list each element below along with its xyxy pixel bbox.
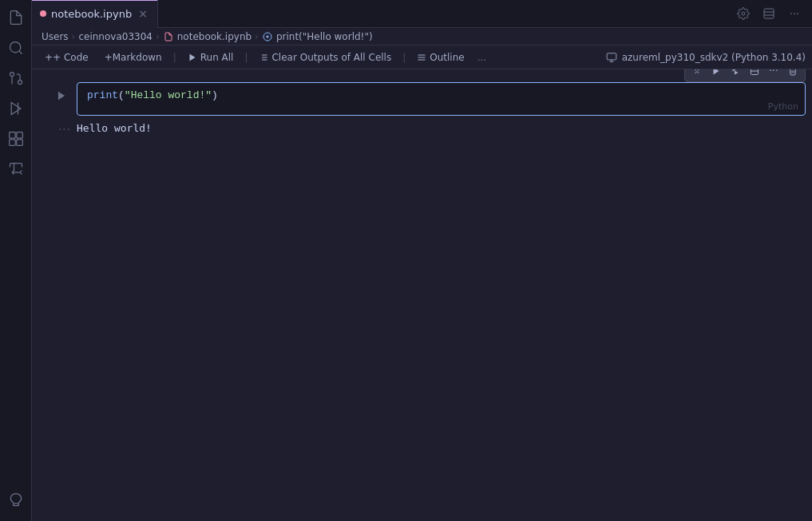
breadcrumb-sep-1: › [156, 31, 160, 42]
svg-point-3 [10, 73, 14, 77]
breadcrumb-sep-0: › [72, 31, 76, 42]
add-code-icon: + [45, 52, 53, 63]
toolbar-sep-2: | [243, 52, 249, 63]
cell-code-content[interactable]: print("Hello world!") [77, 83, 805, 112]
breadcrumb-notebook[interactable]: notebook.ipynb [177, 31, 252, 42]
cell-gutter [32, 82, 77, 105]
kernel-icon [606, 52, 617, 63]
add-markdown-icon: + [105, 52, 113, 63]
activity-bar-bottom [2, 486, 30, 521]
tab-bar: notebook.ipynb × ··· [32, 0, 812, 28]
run-below-button[interactable] [727, 69, 744, 80]
outline-label: Outline [430, 52, 464, 63]
svg-point-0 [10, 42, 20, 53]
breadcrumb-user[interactable]: ceinnova03304 [78, 31, 152, 42]
code-paren-close: ) [212, 89, 218, 101]
notebook-toolbar: + + Code + Markdown | Run All | Clear Ou… [32, 45, 812, 69]
cell-container: ··· print("Hello world!") Python [32, 82, 812, 116]
svg-rect-8 [16, 132, 22, 139]
cell-output-container: ··· Hello world! [32, 119, 812, 137]
clear-outputs-label: Clear Outputs of All Cells [271, 52, 391, 63]
svg-line-1 [18, 51, 22, 54]
svg-point-12 [742, 12, 745, 15]
breadcrumb-function[interactable]: print("Hello world!") [276, 31, 373, 42]
svg-marker-30 [58, 92, 65, 101]
code-paren-open: ( [118, 89, 125, 101]
delete-cell-button[interactable] [784, 69, 802, 80]
code-string: "Hello world!" [125, 89, 212, 101]
run-cell-button[interactable] [707, 69, 725, 80]
cell-toolbar: ··· [684, 69, 806, 82]
clear-outputs-icon [259, 53, 268, 62]
cell-output-gutter: ··· [32, 119, 77, 136]
svg-marker-32 [733, 69, 737, 72]
svg-marker-31 [714, 69, 719, 75]
add-markdown-label: Markdown [113, 52, 162, 63]
svg-marker-17 [189, 53, 195, 61]
toolbar-sep-3: | [401, 52, 407, 63]
kernel-info: azureml_py310_sdkv2 (Python 3.10.4) [606, 52, 806, 63]
activity-icon-extensions[interactable] [2, 124, 30, 153]
add-markdown-button[interactable]: + Markdown [98, 48, 168, 67]
cell-language: Python [768, 101, 798, 112]
svg-marker-5 [11, 103, 21, 115]
breadcrumb: Users › ceinnova03304 › notebook.ipynb ›… [32, 28, 812, 45]
kernel-label[interactable]: azureml_py310_sdkv2 (Python 3.10.4) [622, 52, 806, 63]
layout-button[interactable] [758, 2, 780, 25]
svg-rect-27 [607, 53, 616, 59]
more-actions-button[interactable]: ··· [783, 2, 806, 25]
activity-icon-run-debug[interactable] [2, 94, 30, 123]
main-area: notebook.ipynb × ··· Users › cei [32, 0, 812, 521]
svg-rect-13 [764, 9, 774, 18]
svg-marker-33 [735, 71, 739, 75]
toolbar-sep-1: | [172, 52, 178, 63]
svg-rect-10 [16, 140, 22, 146]
svg-rect-9 [9, 140, 15, 146]
svg-rect-34 [751, 69, 759, 75]
breadcrumb-users[interactable]: Users [42, 31, 69, 42]
code-cell[interactable]: print("Hello world!") Python [77, 82, 806, 116]
toolbar-more-button[interactable]: ... [474, 48, 489, 67]
activity-icon-copilot[interactable] [2, 486, 30, 515]
clear-outputs-button[interactable]: Clear Outputs of All Cells [252, 48, 398, 67]
tab-close-button[interactable]: × [137, 7, 149, 20]
activity-bar [0, 0, 32, 521]
cell-run-button[interactable] [53, 87, 70, 105]
activity-icon-files[interactable] [2, 3, 30, 32]
run-all-label: Run All [200, 52, 234, 63]
cell-body: ··· print("Hello world!") Python [77, 82, 806, 116]
svg-point-2 [18, 81, 22, 85]
move-to-top-button[interactable] [688, 69, 706, 80]
cell-output: Hello world! [77, 119, 806, 137]
activity-icon-search[interactable] [2, 34, 30, 62]
outline-button[interactable]: Outline [410, 48, 470, 67]
split-cell-button[interactable] [746, 69, 763, 80]
notebook-tab[interactable]: notebook.ipynb × [32, 0, 158, 28]
tab-modified-indicator [40, 10, 46, 17]
window-tab-actions: ··· [732, 2, 812, 25]
notebook-content: ··· print("Hello world!") Python [32, 69, 812, 521]
notebook-icon [163, 31, 174, 42]
cell-more-button[interactable]: ··· [765, 69, 782, 80]
tab-title: notebook.ipynb [51, 8, 132, 20]
function-icon [262, 31, 273, 42]
activity-icon-tests[interactable] [2, 155, 30, 184]
activity-icon-source-control[interactable] [2, 64, 30, 93]
add-code-button[interactable]: + + Code [38, 48, 95, 67]
add-code-label: + Code [53, 52, 89, 63]
run-all-button[interactable]: Run All [181, 48, 240, 67]
output-gutter-dots: ··· [58, 122, 70, 136]
svg-rect-7 [9, 132, 15, 139]
run-all-icon [188, 53, 197, 62]
settings-button[interactable] [732, 2, 755, 25]
code-function: print [87, 89, 118, 101]
breadcrumb-sep-2: › [255, 31, 259, 42]
outline-icon [417, 53, 426, 62]
